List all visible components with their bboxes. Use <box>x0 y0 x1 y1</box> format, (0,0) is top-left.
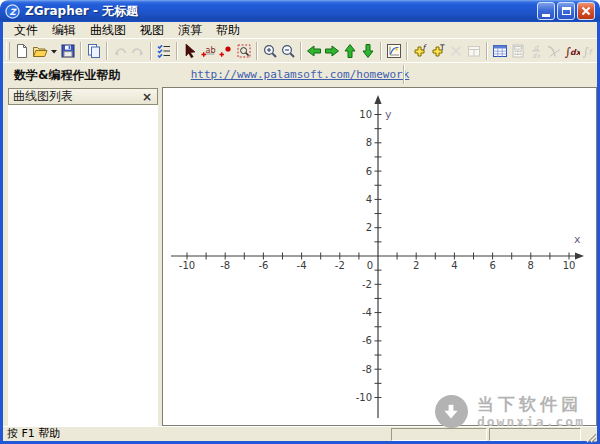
minimize-button[interactable] <box>537 2 555 20</box>
resize-grip-icon[interactable] <box>583 428 597 441</box>
label-tool-icon: abl <box>200 43 216 59</box>
svg-text:dx: dx <box>570 48 580 57</box>
banner-title: 数学&编程作业帮助 <box>14 67 120 84</box>
svg-text:-2: -2 <box>335 260 345 271</box>
curve-list-panel: 曲线图列表 × <box>8 88 158 426</box>
svg-text:d: d <box>534 43 539 51</box>
ad-banner: 数学&编程作业帮助 http://www.palamsoft.com/homew… <box>3 62 597 86</box>
label-tool-button[interactable]: abl <box>199 41 217 61</box>
graph-panel: -10-8-6-4-20246810-10-8-6-4-2246810xy <box>162 87 597 426</box>
save-icon <box>60 43 76 59</box>
window-title: ZGrapher - 无标题 <box>25 3 535 20</box>
graph-properties-button[interactable] <box>385 41 403 61</box>
toolbar-separator <box>300 42 302 60</box>
svg-text:y: y <box>385 108 392 121</box>
curve-list-icon <box>156 43 172 59</box>
move-right-button[interactable] <box>323 41 341 61</box>
panel-close-icon[interactable]: × <box>141 91 153 103</box>
move-down-button[interactable] <box>359 41 377 61</box>
add-function-button[interactable]: f <box>411 41 429 61</box>
zoom-in-button[interactable] <box>261 41 279 61</box>
add-table-icon: T <box>430 43 446 59</box>
svg-text:8: 8 <box>366 137 372 148</box>
add-function-icon: f <box>412 43 428 59</box>
close-button[interactable] <box>577 2 595 20</box>
calculator-icon <box>510 43 526 59</box>
zoom-out-icon <box>280 43 296 59</box>
dropdown-caret-icon <box>50 43 58 59</box>
maximize-icon <box>562 7 571 15</box>
toolbar-separator <box>80 42 82 60</box>
derivative-icon: ddx <box>528 43 544 59</box>
svg-text:2: 2 <box>413 260 419 271</box>
status-cell-2 <box>489 428 581 441</box>
tangent-tool-button <box>545 41 563 61</box>
svg-text:-4: -4 <box>362 307 372 318</box>
undo-button <box>111 41 129 61</box>
svg-text:-8: -8 <box>362 364 372 375</box>
close-icon <box>581 6 591 16</box>
edge-clipped-icon: ∫f <box>582 43 597 59</box>
menu-item-edit[interactable]: 编辑 <box>45 22 83 38</box>
svg-text:8: 8 <box>528 260 534 271</box>
toolbar-separator <box>106 42 108 60</box>
zoom-out-button[interactable] <box>279 41 297 61</box>
svg-text:-6: -6 <box>362 335 372 346</box>
derivative-button: ddx <box>527 41 545 61</box>
move-left-button[interactable] <box>305 41 323 61</box>
homework-link[interactable]: http://www.palamsoft.com/homework <box>191 68 410 81</box>
undo-icon <box>112 43 128 59</box>
status-bar: 按 F1 帮助 <box>3 426 597 441</box>
point-tool-icon <box>218 43 234 59</box>
svg-text:0: 0 <box>367 260 373 271</box>
svg-text:2: 2 <box>366 222 372 233</box>
menu-item-curve[interactable]: 曲线图 <box>83 22 133 38</box>
maximize-button[interactable] <box>557 2 575 20</box>
status-cell-1 <box>391 428 487 441</box>
svg-text:f: f <box>423 43 428 52</box>
svg-text:abl: abl <box>206 45 217 54</box>
redo-icon <box>130 43 146 59</box>
svg-text:4: 4 <box>451 260 457 271</box>
add-table-button[interactable]: T <box>429 41 447 61</box>
title-bar[interactable]: Z ZGrapher - 无标题 <box>0 0 600 22</box>
svg-text:-4: -4 <box>297 260 307 271</box>
move-up-button[interactable] <box>341 41 359 61</box>
toolbar-separator <box>176 42 178 60</box>
integral-button[interactable]: ∫dx <box>563 41 581 61</box>
move-down-icon <box>360 43 376 59</box>
copy-icon <box>86 43 102 59</box>
zoom-select-button[interactable] <box>235 41 253 61</box>
pointer-button[interactable] <box>181 41 199 61</box>
curve-list-body[interactable] <box>8 105 158 426</box>
pointer-icon <box>182 43 198 59</box>
svg-text:10: 10 <box>359 109 372 120</box>
menu-item-view[interactable]: 视图 <box>133 22 171 38</box>
client-area: 文件编辑曲线图视图演算帮助 ablfTddx∫dx∫f 数学&编程作业帮助 ht… <box>3 22 597 441</box>
value-table-button[interactable] <box>491 41 509 61</box>
menu-item-file[interactable]: 文件 <box>7 22 45 38</box>
menu-item-calc[interactable]: 演算 <box>171 22 209 38</box>
curve-list-button[interactable] <box>155 41 173 61</box>
minimize-icon <box>542 14 550 17</box>
curve-list-title: 曲线图列表 <box>13 88 141 105</box>
toolbar-separator <box>150 42 152 60</box>
app-logo-icon: Z <box>5 4 20 19</box>
dropdown-caret-button[interactable] <box>49 41 59 61</box>
toolbar-separator <box>380 42 382 60</box>
new-file-button[interactable] <box>13 41 31 61</box>
point-tool-button[interactable] <box>217 41 235 61</box>
copy-button[interactable] <box>85 41 103 61</box>
graph-canvas[interactable]: -10-8-6-4-20246810-10-8-6-4-2246810xy <box>163 88 595 425</box>
calculator-button <box>509 41 527 61</box>
curve-list-header: 曲线图列表 × <box>8 88 158 105</box>
open-file-button[interactable] <box>31 41 49 61</box>
save-button[interactable] <box>59 41 77 61</box>
menu-item-help[interactable]: 帮助 <box>209 22 247 38</box>
move-right-icon <box>324 43 340 59</box>
value-table-icon <box>492 43 508 59</box>
toolbar-gripper[interactable] <box>6 42 10 60</box>
svg-text:10: 10 <box>563 260 576 271</box>
new-file-icon <box>14 43 30 59</box>
toolbar-separator <box>406 42 408 60</box>
